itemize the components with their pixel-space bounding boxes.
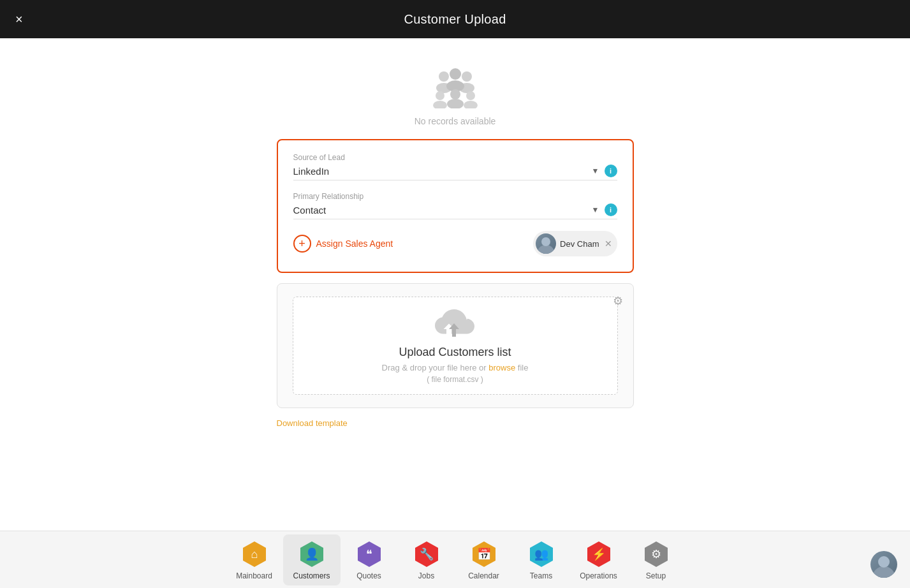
svg-text:⚙: ⚙	[651, 548, 661, 561]
browse-link[interactable]: browse	[488, 363, 515, 372]
svg-text:👥: 👥	[534, 547, 549, 561]
source-of-lead-group: Source of Lead LinkedIn ▼ i	[293, 153, 617, 180]
nav-item-teams[interactable]: 👥 Teams	[513, 534, 570, 585]
svg-point-8	[466, 91, 475, 100]
nav-label-quotes: Quotes	[356, 571, 381, 580]
agent-row: + Assign Sales Agent Dev Cham ✕	[293, 231, 617, 256]
empty-state: No records available	[415, 64, 496, 126]
nav-label-setup: Setup	[646, 571, 666, 580]
upload-subtitle: Drag & drop your file here or browse fil…	[382, 363, 529, 372]
svg-text:📅: 📅	[477, 547, 492, 561]
primary-relationship-group: Primary Relationship Contact ▼ i	[293, 192, 617, 219]
nav-label-customers: Customers	[293, 571, 330, 580]
agent-chip: Dev Cham ✕	[533, 231, 617, 256]
upload-title: Upload Customers list	[399, 346, 511, 359]
nav-icon-setup: ⚙	[642, 540, 671, 569]
nav-item-mainboard[interactable]: ⌂ Mainboard	[226, 534, 283, 585]
file-format-hint: ( file format.csv )	[427, 375, 483, 384]
svg-point-12	[537, 245, 555, 254]
gear-icon[interactable]: ⚙	[613, 294, 623, 308]
nav-icon-quotes: ❝	[355, 540, 384, 569]
nav-label-mainboard: Mainboard	[236, 571, 272, 580]
assign-plus-icon: +	[293, 235, 311, 253]
nav-icon-teams: 👥	[527, 540, 556, 569]
svg-point-6	[436, 91, 444, 100]
relationship-value: Contact	[293, 205, 592, 216]
form-card: Source of Lead LinkedIn ▼ i Primary Rela…	[277, 139, 634, 273]
svg-point-0	[439, 71, 449, 82]
svg-point-10	[450, 89, 460, 99]
agent-name: Dev Cham	[560, 239, 599, 249]
relationship-label: Primary Relationship	[293, 192, 617, 201]
nav-item-jobs[interactable]: 🔧 Jobs	[398, 534, 455, 585]
nav-item-calendar[interactable]: 📅 Calendar	[455, 534, 513, 585]
svg-point-4	[450, 68, 461, 80]
relationship-select-wrapper[interactable]: Contact ▼ i	[293, 203, 617, 219]
cloud-upload-icon	[435, 307, 476, 341]
page-title: Customer Upload	[404, 12, 506, 27]
top-header: × Customer Upload	[0, 0, 910, 38]
svg-point-9	[464, 101, 478, 108]
assign-sales-agent-button[interactable]: + Assign Sales Agent	[293, 235, 393, 253]
svg-point-31	[878, 556, 890, 568]
source-dropdown-arrow: ▼	[592, 166, 599, 175]
nav-label-teams: Teams	[530, 571, 552, 580]
profile-avatar[interactable]	[870, 551, 897, 578]
relationship-info-badge[interactable]: i	[605, 203, 617, 216]
nav-icon-operations: ⚡	[584, 540, 613, 569]
nav-icon-calendar: 📅	[469, 540, 499, 569]
nav-item-setup[interactable]: ⚙ Setup	[627, 534, 685, 585]
nav-item-customers[interactable]: 👤 Customers	[283, 534, 341, 585]
svg-text:👤: 👤	[305, 547, 319, 561]
source-label: Source of Lead	[293, 153, 617, 162]
nav-icon-customers: 👤	[297, 540, 327, 569]
svg-text:🔧: 🔧	[420, 547, 434, 561]
source-info-badge[interactable]: i	[605, 165, 617, 177]
close-button[interactable]: ×	[15, 13, 23, 26]
source-select-wrapper[interactable]: LinkedIn ▼ i	[293, 165, 617, 180]
source-value: LinkedIn	[293, 166, 592, 177]
nav-label-jobs: Jobs	[418, 571, 434, 580]
svg-point-30	[872, 566, 895, 578]
assign-agent-label: Assign Sales Agent	[316, 239, 393, 249]
svg-text:❝: ❝	[366, 548, 372, 561]
nav-icon-mainboard: ⌂	[240, 540, 269, 569]
svg-point-2	[462, 71, 472, 82]
no-records-icon	[430, 64, 481, 108]
agent-remove-button[interactable]: ✕	[605, 239, 612, 249]
main-content: No records available Source of Lead Link…	[0, 38, 910, 531]
nav-label-operations: Operations	[580, 571, 617, 580]
nav-items: ⌂ Mainboard 👤 Customers ❝ Quotes 🔧 Job	[226, 534, 685, 585]
nav-label-calendar: Calendar	[468, 571, 499, 580]
svg-text:⌂: ⌂	[251, 548, 258, 561]
svg-point-11	[447, 99, 464, 108]
upload-drop-area[interactable]: Upload Customers list Drag & drop your f…	[293, 297, 618, 395]
svg-text:⚡: ⚡	[592, 547, 606, 561]
nav-icon-jobs: 🔧	[412, 540, 441, 569]
bottom-nav: ⌂ Mainboard 👤 Customers ❝ Quotes 🔧 Job	[0, 531, 910, 588]
relationship-dropdown-arrow: ▼	[592, 205, 599, 214]
upload-card: ⚙ Upload Customers list Drag & drop your…	[277, 283, 634, 408]
svg-point-13	[541, 237, 550, 246]
avatar	[536, 233, 556, 254]
nav-item-quotes[interactable]: ❝ Quotes	[341, 534, 398, 585]
nav-item-operations[interactable]: ⚡ Operations	[570, 534, 627, 585]
download-template-link[interactable]: Download template	[277, 418, 634, 428]
no-records-text: No records available	[415, 116, 496, 126]
svg-point-7	[433, 101, 447, 108]
